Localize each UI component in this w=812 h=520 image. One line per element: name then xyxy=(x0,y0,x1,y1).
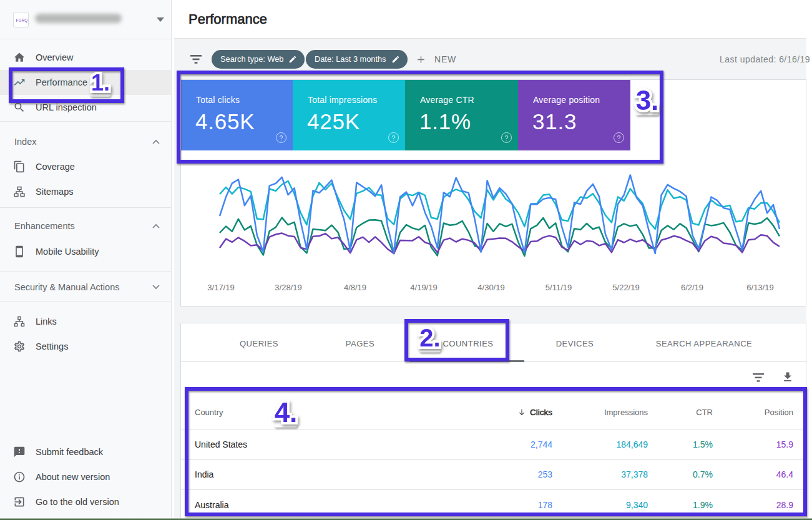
svg-text:1.: 1. xyxy=(91,70,110,96)
svg-text:2.: 2. xyxy=(419,324,440,351)
svg-text:3.: 3. xyxy=(636,85,659,115)
svg-text:4.: 4. xyxy=(275,397,298,428)
